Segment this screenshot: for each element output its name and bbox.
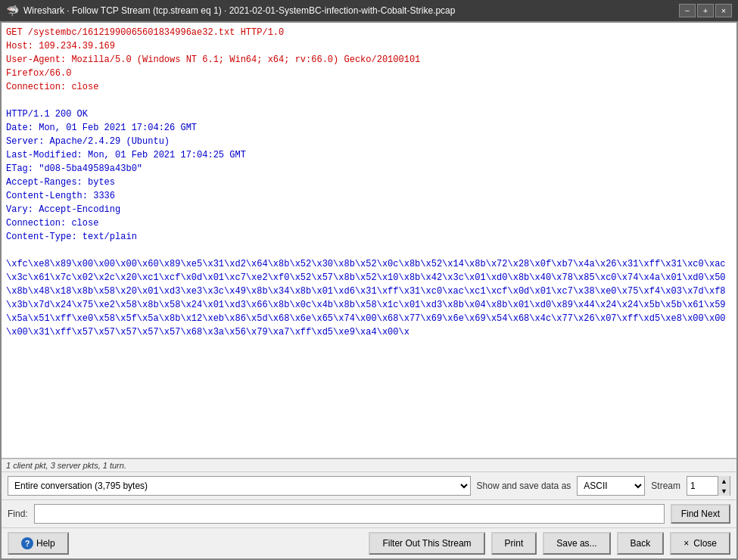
- stream-input[interactable]: [687, 477, 718, 495]
- minimize-button[interactable]: −: [679, 4, 696, 17]
- find-row: Find: Find Next: [2, 500, 736, 528]
- help-button[interactable]: ? Help: [8, 532, 69, 555]
- data-format-select[interactable]: ASCII Hex Dump C Arrays Raw YAML: [577, 476, 645, 496]
- help-label: Help: [36, 538, 55, 549]
- back-button[interactable]: Back: [617, 532, 665, 555]
- title-bar: 🦈 Wireshark · Follow TCP Stream (tcp.str…: [0, 0, 738, 21]
- stream-content-area[interactable]: GET /systembc/16121990065601834996ae32.t…: [2, 23, 736, 459]
- title-bar-buttons: − + ×: [679, 4, 732, 17]
- find-input[interactable]: [34, 504, 665, 524]
- find-label: Find:: [8, 509, 28, 519]
- main-window: GET /systembc/16121990065601834996ae32.t…: [0, 21, 738, 560]
- stream-text: GET /systembc/16121990065601834996ae32.t…: [6, 26, 732, 339]
- close-icon: ×: [684, 538, 689, 549]
- title-bar-title: Wireshark · Follow TCP Stream (tcp.strea…: [23, 5, 455, 16]
- stream-spinner: ▲ ▼: [687, 476, 730, 496]
- status-text: 1 client pkt, 3 server pkts, 1 turn.: [6, 461, 126, 470]
- bottom-buttons-row: ? Help Filter Out This Stream Print Save…: [2, 528, 736, 558]
- controls-area: Entire conversation (3,795 bytes) Client…: [2, 472, 736, 558]
- find-next-button[interactable]: Find Next: [671, 504, 730, 524]
- stream-up-button[interactable]: ▲: [718, 476, 730, 486]
- filter-out-button[interactable]: Filter Out This Stream: [369, 532, 484, 555]
- stream-spinner-buttons: ▲ ▼: [718, 476, 730, 496]
- close-label: Close: [693, 538, 717, 549]
- show-save-label: Show and save data as: [477, 481, 571, 491]
- save-as-button[interactable]: Save as...: [543, 532, 610, 555]
- conversation-row: Entire conversation (3,795 bytes) Client…: [2, 472, 736, 500]
- help-icon: ?: [21, 537, 33, 549]
- stream-label: Stream: [651, 481, 680, 491]
- stream-down-button[interactable]: ▼: [718, 486, 730, 496]
- close-button[interactable]: × Close: [670, 532, 730, 555]
- status-bar: 1 client pkt, 3 server pkts, 1 turn.: [2, 459, 736, 472]
- window-close-button[interactable]: ×: [715, 4, 732, 17]
- print-button[interactable]: Print: [491, 532, 537, 555]
- app-icon: 🦈: [6, 5, 19, 17]
- conversation-select[interactable]: Entire conversation (3,795 bytes) Client…: [8, 476, 471, 496]
- maximize-button[interactable]: +: [697, 4, 714, 17]
